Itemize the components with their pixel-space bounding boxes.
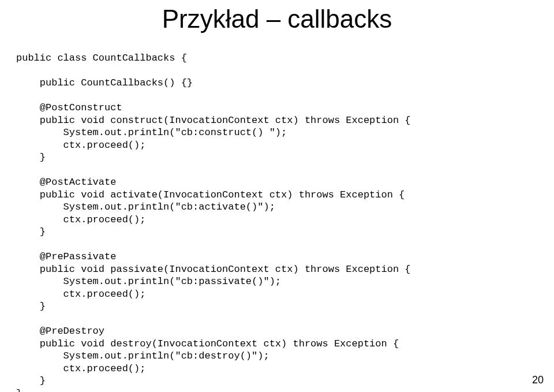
code-block: public class CountCallbacks { public Cou… — [16, 52, 411, 392]
slide-title: Przykład – callbacks — [0, 5, 554, 33]
slide-page: Przykład – callbacks public class CountC… — [0, 0, 554, 392]
page-number: 20 — [532, 374, 544, 386]
